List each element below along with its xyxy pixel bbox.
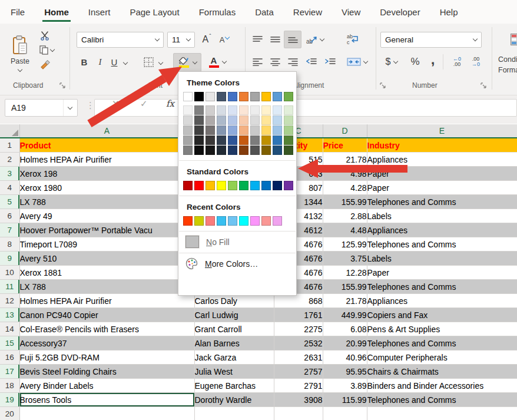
borders-button[interactable]	[141, 54, 155, 70]
cell-E18[interactable]: Binders and Binder Accessories	[367, 379, 517, 393]
cell-C18[interactable]: 2791	[274, 379, 323, 393]
theme-color-swatch[interactable]	[284, 92, 293, 101]
theme-variant-swatch[interactable]	[194, 115, 204, 125]
fill-color-dropdown-chevron[interactable]	[192, 59, 197, 64]
cell-D14[interactable]: 6.08	[323, 322, 367, 336]
enter-button[interactable]: ✓	[140, 98, 148, 109]
cell-B20[interactable]	[194, 407, 274, 420]
theme-variant-swatch[interactable]	[228, 135, 237, 145]
cell-A2[interactable]: Holmes HEPA Air Purifier	[19, 153, 194, 167]
theme-variant-swatch[interactable]	[228, 105, 237, 115]
theme-variant-swatch[interactable]	[217, 135, 226, 145]
alignment-dialog-launcher[interactable]	[380, 82, 386, 89]
theme-variant-swatch[interactable]	[261, 125, 271, 135]
theme-variant-swatch[interactable]	[194, 135, 204, 145]
cell-C15[interactable]: 2532	[274, 336, 323, 350]
row-header-12[interactable]: 12	[0, 294, 19, 308]
cell-B15[interactable]: Alan Barnes	[194, 336, 274, 350]
theme-variant-swatch[interactable]	[217, 115, 226, 125]
cell-B14[interactable]: Grant Carroll	[194, 322, 274, 336]
standard-color-swatch[interactable]	[250, 181, 260, 190]
cell-A18[interactable]: Avery Binder Labels	[19, 379, 194, 393]
theme-variant-swatch[interactable]	[183, 125, 193, 135]
cell-E19[interactable]: Telephones and Comms	[367, 393, 517, 407]
cell-A14[interactable]: Col-Erase® Pencils with Erasers	[19, 322, 194, 336]
cell-E4[interactable]: Paper	[367, 181, 517, 195]
cell-B12[interactable]: Carlos Daly	[194, 294, 274, 308]
tab-review[interactable]: Review	[293, 7, 322, 17]
cell-A6[interactable]: Avery 49	[19, 209, 194, 223]
increase-decimal-button[interactable]: ←0.00	[449, 54, 465, 70]
number-format-combo[interactable]: General	[380, 32, 482, 48]
formula-bar-grip[interactable]: ⋮	[86, 100, 95, 111]
theme-variant-swatch[interactable]	[206, 105, 215, 115]
cell-C17[interactable]: 2757	[274, 365, 323, 379]
cell-D16[interactable]: 40.96	[323, 350, 367, 365]
standard-color-swatch[interactable]	[206, 181, 215, 190]
theme-variant-swatch[interactable]	[284, 125, 293, 135]
row-header-19[interactable]: 19	[0, 393, 19, 407]
decrease-decimal-button[interactable]: .00→0	[468, 54, 484, 70]
align-middle-button[interactable]	[267, 32, 283, 47]
decrease-indent-button[interactable]	[304, 54, 319, 70]
cell-E16[interactable]: Computer Peripherals	[367, 350, 517, 365]
font-color-dropdown-chevron[interactable]	[221, 58, 226, 63]
standard-color-swatch[interactable]	[284, 181, 293, 190]
cell-C20[interactable]	[274, 407, 323, 420]
cell-D12[interactable]: 21.78	[323, 294, 367, 308]
row-header-17[interactable]: 17	[0, 365, 19, 379]
underline-button[interactable]: U	[108, 54, 120, 70]
merge-center-button[interactable]	[344, 54, 370, 70]
cell-A13[interactable]: Canon PC940 Copier	[19, 308, 194, 322]
cell-E9[interactable]: Labels	[367, 252, 517, 266]
underline-dropdown-chevron[interactable]	[121, 59, 130, 67]
cell-E2[interactable]: Appliances	[367, 153, 517, 167]
row-header-5[interactable]: 5	[0, 195, 19, 209]
tab-help[interactable]: Help	[440, 7, 458, 17]
row-header-6[interactable]: 6	[0, 209, 19, 223]
font-name-combo[interactable]: Calibri	[77, 32, 164, 48]
tab-file[interactable]: File	[11, 7, 25, 17]
cell-D9[interactable]: 3.75	[323, 252, 367, 266]
theme-variant-swatch[interactable]	[273, 115, 282, 125]
align-center-button[interactable]	[267, 54, 283, 70]
cell-A15[interactable]: Accessory37	[19, 336, 194, 350]
theme-variant-swatch[interactable]	[284, 105, 293, 115]
name-box[interactable]: A19	[5, 99, 78, 117]
standard-color-swatch[interactable]	[194, 181, 204, 190]
theme-variant-swatch[interactable]	[239, 135, 248, 145]
cell-D8[interactable]: 125.99	[323, 237, 367, 252]
theme-color-swatch[interactable]	[250, 92, 260, 101]
cell-D3[interactable]: 4.98	[323, 167, 367, 181]
standard-color-swatch[interactable]	[183, 181, 193, 190]
cell-A8[interactable]: Timeport L7089	[19, 237, 194, 252]
row-header-11[interactable]: 11	[0, 280, 19, 294]
cell-D15[interactable]: 20.99	[323, 336, 367, 350]
cell-E17[interactable]: Chairs & Chairmats	[367, 365, 517, 379]
row-header-3[interactable]: 3	[0, 167, 19, 181]
cell-E14[interactable]: Pens & Art Supplies	[367, 322, 517, 336]
theme-variant-swatch[interactable]	[250, 115, 260, 125]
conditional-formatting-button[interactable]	[499, 31, 517, 48]
align-right-button[interactable]	[285, 54, 300, 70]
increase-font-button[interactable]: Aˆ	[199, 32, 214, 47]
borders-dropdown-chevron[interactable]	[157, 59, 165, 67]
cell-A17[interactable]: Bevis Steel Folding Chairs	[19, 365, 194, 379]
theme-color-swatch[interactable]	[273, 92, 282, 101]
theme-variant-swatch[interactable]	[183, 105, 193, 115]
fill-color-button[interactable]	[173, 53, 201, 72]
theme-color-swatch[interactable]	[194, 92, 204, 101]
insert-function-button[interactable]: fx	[166, 98, 174, 109]
theme-color-swatch[interactable]	[217, 92, 226, 101]
column-header-A[interactable]: A	[19, 124, 194, 138]
wrap-text-button[interactable]: ab c	[344, 31, 362, 47]
font-color-button[interactable]: A	[205, 53, 230, 71]
row-header-8[interactable]: 8	[0, 237, 19, 252]
cell-A7[interactable]: Hoover Portapower™ Portable Vacu	[19, 223, 194, 237]
recent-color-swatch[interactable]	[250, 216, 260, 226]
copy-button[interactable]	[38, 45, 55, 55]
row-header-1[interactable]: 1	[0, 138, 19, 153]
cell-A4[interactable]: Xerox 1980	[19, 181, 194, 195]
recent-color-swatch[interactable]	[239, 216, 248, 226]
tab-formulas[interactable]: Formulas	[199, 7, 236, 17]
